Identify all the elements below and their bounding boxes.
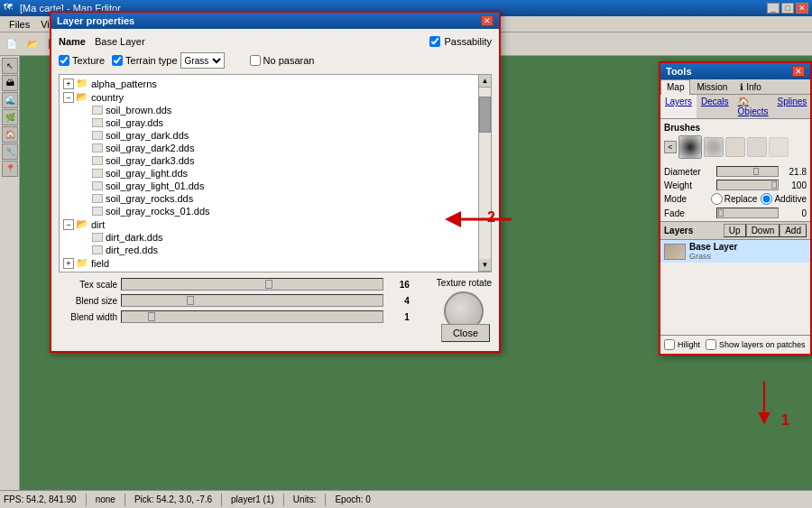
dialog-close-button[interactable]: Close bbox=[441, 324, 490, 342]
blend-size-slider[interactable] bbox=[121, 294, 383, 307]
diameter-value: 21.8 bbox=[781, 167, 807, 177]
subtab-layers[interactable]: Layers bbox=[660, 95, 697, 118]
brush-prev-btn[interactable]: < bbox=[664, 141, 677, 153]
tree-file-soil-gray-dark3[interactable]: soil_gray_dark3.dds bbox=[61, 154, 476, 167]
sidebar-btn6[interactable]: 🔧 bbox=[2, 143, 18, 160]
tree-file-soil-gray-dark2[interactable]: soil_gray_dark2.dds bbox=[61, 142, 476, 154]
tree-folder-field[interactable]: + 📁 field bbox=[61, 256, 476, 270]
scroll-up-btn[interactable]: ▲ bbox=[479, 75, 491, 88]
tree-expand-field[interactable]: + bbox=[63, 258, 74, 269]
diameter-label: Diameter bbox=[664, 167, 714, 177]
diameter-slider[interactable] bbox=[716, 166, 779, 177]
tree-file-soil-brown[interactable]: soil_brown.dds bbox=[61, 104, 476, 116]
tree-expand-grass[interactable]: + bbox=[63, 272, 74, 272]
tree-file-dirt-red[interactable]: dirt_red.dds bbox=[61, 244, 476, 256]
terrain-type-checkbox[interactable] bbox=[112, 55, 123, 66]
brush-thumb-2[interactable] bbox=[704, 137, 724, 157]
layers-down-btn[interactable]: Down bbox=[746, 224, 780, 237]
blend-size-thumb[interactable] bbox=[187, 296, 194, 305]
tree-folder-dirt[interactable]: − 📂 dirt bbox=[61, 217, 476, 231]
scroll-thumb[interactable] bbox=[479, 97, 491, 133]
minimize-button[interactable]: _ bbox=[767, 3, 780, 14]
brush-thumb-1[interactable] bbox=[678, 135, 702, 159]
no-pasaran-checkbox[interactable] bbox=[250, 55, 261, 66]
file-icon bbox=[92, 131, 103, 140]
toolbar-open[interactable]: 📂 bbox=[23, 34, 42, 54]
blend-size-label: Blend size bbox=[59, 296, 117, 306]
sidebar-btn7[interactable]: 📍 bbox=[2, 161, 18, 177]
tree-folder-country[interactable]: − 📂 country bbox=[61, 90, 476, 104]
tree-file-soil-gray-light[interactable]: soil_gray_light.dds bbox=[61, 167, 476, 180]
file-icon bbox=[92, 207, 103, 216]
mode-replace-label: Replace bbox=[724, 194, 758, 204]
tex-scale-slider[interactable] bbox=[121, 278, 383, 291]
tab-mission[interactable]: Mission bbox=[690, 79, 734, 94]
tree-file-soil-gray[interactable]: soil_gray.dds bbox=[61, 116, 476, 129]
tex-scale-thumb[interactable] bbox=[265, 280, 272, 289]
brush-thumb-3[interactable] bbox=[725, 137, 745, 157]
tree-file-soil-gray-rocks[interactable]: soil_gray_rocks.dds bbox=[61, 192, 476, 205]
tree-expand-country[interactable]: − bbox=[63, 92, 74, 103]
brush-thumb-4[interactable] bbox=[747, 137, 767, 157]
tree-scrollbar[interactable]: ▲ ▼ bbox=[478, 75, 491, 272]
subtab-objects[interactable]: 🏠 Objects bbox=[734, 95, 773, 118]
diameter-thumb[interactable] bbox=[753, 168, 759, 175]
fade-slider[interactable] bbox=[716, 208, 779, 218]
layers-add-btn[interactable]: Add bbox=[780, 224, 807, 237]
sidebar-btn5[interactable]: 🏠 bbox=[2, 126, 18, 143]
terrain-type-label: Terrain type bbox=[125, 55, 177, 66]
tree-file-soil-gray-rocks01[interactable]: soil_gray_rocks_01.dds bbox=[61, 205, 476, 217]
tree-file-soil-gray-light01[interactable]: soil_gray_light_01.dds bbox=[61, 180, 476, 192]
layer-item[interactable]: Base Layer Grass bbox=[660, 240, 810, 263]
layers-up-btn[interactable]: Up bbox=[724, 224, 746, 237]
status-epoch: Epoch: 0 bbox=[335, 494, 370, 504]
layer-dialog-title: Layer properties bbox=[57, 15, 481, 26]
toolbar-new[interactable]: 📄 bbox=[2, 34, 22, 54]
tab-map[interactable]: Map bbox=[660, 79, 690, 95]
scroll-track[interactable] bbox=[479, 88, 491, 259]
layer-dialog-close-btn[interactable]: ✕ bbox=[481, 15, 494, 26]
subtab-splines[interactable]: Splines bbox=[773, 95, 812, 118]
layer-dialog-titlebar: Layer properties ✕ bbox=[51, 13, 499, 29]
file-icon bbox=[92, 245, 103, 254]
terrain-type-select[interactable]: Grass Dirt Sand Rock bbox=[180, 52, 225, 69]
blend-width-thumb[interactable] bbox=[148, 312, 155, 321]
tree-file-soil-gray-dark[interactable]: soil_gray_dark.dds bbox=[61, 129, 476, 142]
weight-slider[interactable] bbox=[716, 180, 779, 190]
weight-thumb[interactable] bbox=[771, 181, 777, 189]
scroll-down-btn[interactable]: ▼ bbox=[479, 259, 491, 272]
sidebar-btn4[interactable]: 🌿 bbox=[2, 109, 18, 125]
close-button[interactable]: ✕ bbox=[796, 3, 808, 14]
tree-folder-grass[interactable]: + 📁 grass bbox=[61, 270, 476, 272]
texture-tree-panel: + 📁 alpha_patterns − 📂 country soil_brow… bbox=[59, 74, 492, 272]
tab-info[interactable]: ℹ Info bbox=[734, 79, 767, 94]
tree-content[interactable]: + 📁 alpha_patterns − 📂 country soil_brow… bbox=[60, 75, 478, 272]
texture-checkbox[interactable] bbox=[59, 55, 69, 66]
tree-expand-dirt[interactable]: − bbox=[63, 219, 74, 230]
layers-header-label: Layers bbox=[664, 226, 724, 236]
tools-close-btn[interactable]: ✕ bbox=[792, 66, 805, 77]
tree-label-soil-gray: soil_gray.dds bbox=[106, 117, 163, 128]
tree-label-soil-gray-dark2: soil_gray_dark2.dds bbox=[106, 143, 194, 153]
sidebar-btn2[interactable]: 🏔 bbox=[2, 75, 18, 91]
brush-thumb-5[interactable] bbox=[769, 137, 789, 157]
tree-label-country: country bbox=[91, 92, 124, 103]
subtab-decals[interactable]: Decals bbox=[697, 95, 734, 118]
hilight-checkbox[interactable] bbox=[664, 339, 675, 350]
file-icon bbox=[92, 194, 103, 203]
show-layers-checkbox[interactable] bbox=[706, 339, 716, 350]
tree-folder-alpha[interactable]: + 📁 alpha_patterns bbox=[61, 77, 476, 90]
passability-checkbox[interactable] bbox=[429, 36, 440, 47]
mode-additive-radio[interactable] bbox=[761, 193, 772, 205]
sidebar-btn3[interactable]: 🌊 bbox=[2, 92, 18, 108]
tex-scale-row: Tex scale 16 bbox=[59, 278, 410, 291]
maximize-button[interactable]: □ bbox=[781, 3, 794, 14]
tree-expand-alpha[interactable]: + bbox=[63, 79, 74, 89]
blend-width-slider[interactable] bbox=[121, 310, 383, 323]
fade-thumb[interactable] bbox=[718, 209, 724, 217]
sidebar-btn1[interactable]: ↖ bbox=[2, 58, 18, 74]
menu-files[interactable]: Files bbox=[4, 16, 35, 32]
status-player: player1 (1) bbox=[231, 494, 274, 504]
mode-replace-radio[interactable] bbox=[711, 193, 723, 205]
tree-file-dirt-dark[interactable]: dirt_dark.dds bbox=[61, 231, 476, 244]
